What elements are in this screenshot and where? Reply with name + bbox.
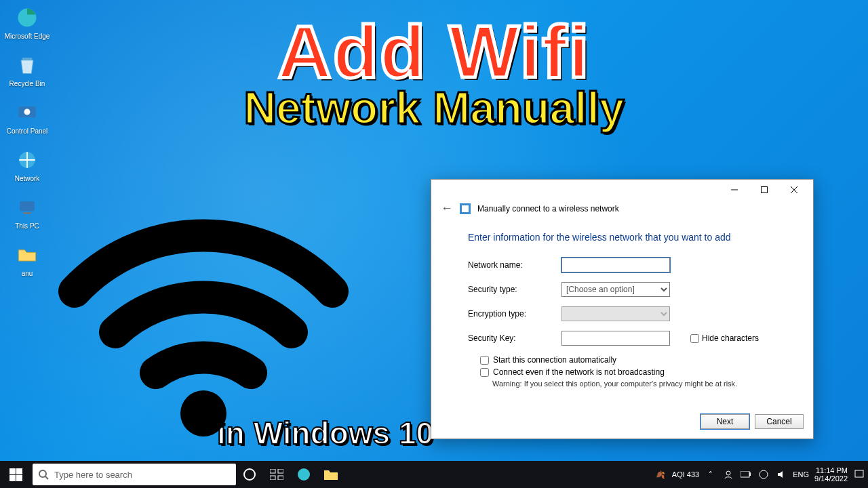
hide-characters-checkbox[interactable] bbox=[690, 334, 699, 343]
svg-point-21 bbox=[298, 468, 310, 481]
desktop-icon-label: anu bbox=[4, 270, 50, 277]
svg-point-25 bbox=[760, 470, 768, 479]
svg-point-16 bbox=[244, 469, 255, 480]
start-button[interactable] bbox=[0, 461, 31, 488]
svg-point-3 bbox=[24, 109, 31, 115]
svg-rect-1 bbox=[22, 58, 32, 60]
tray-aqi[interactable]: AQI 433 bbox=[672, 470, 699, 479]
desktop-icon-folder[interactable]: anu bbox=[4, 241, 50, 277]
svg-rect-23 bbox=[741, 471, 749, 477]
svg-point-22 bbox=[726, 471, 730, 475]
cortana-icon[interactable] bbox=[236, 461, 263, 488]
overlay-title: Add Wifi Network Manually bbox=[243, 8, 624, 134]
desktop-icon-network[interactable]: Network bbox=[4, 146, 50, 182]
desktop-icon-control-panel[interactable]: Control Panel bbox=[4, 99, 50, 135]
svg-rect-9 bbox=[762, 187, 768, 193]
tray-network-icon[interactable] bbox=[757, 468, 770, 481]
dialog-title: Manually connect to a wireless network bbox=[477, 204, 619, 214]
desktop-icon-label: This PC bbox=[4, 222, 50, 230]
tray-weather-icon[interactable]: 🍂 bbox=[654, 468, 667, 481]
minimize-button[interactable] bbox=[719, 180, 749, 199]
search-box[interactable]: Type here to search bbox=[33, 464, 236, 485]
desktop-icon-label: Recycle Bin bbox=[4, 80, 50, 87]
svg-rect-17 bbox=[270, 469, 275, 473]
svg-rect-26 bbox=[855, 470, 863, 477]
connect-hidden-label: Connect even if the network is not broad… bbox=[493, 367, 665, 377]
security-key-input[interactable] bbox=[561, 331, 670, 346]
tray-notifications-icon[interactable] bbox=[853, 468, 865, 481]
desktop-icon-this-pc[interactable]: This PC bbox=[4, 194, 50, 230]
svg-rect-18 bbox=[278, 469, 283, 473]
this-pc-icon bbox=[14, 194, 41, 221]
desktop: Microsoft Edge Recycle Bin Control Panel… bbox=[0, 0, 868, 488]
close-button[interactable] bbox=[779, 180, 809, 199]
next-button[interactable]: Next bbox=[701, 414, 749, 429]
search-placeholder: Type here to search bbox=[54, 470, 132, 480]
desktop-icon-label: Network bbox=[4, 175, 50, 182]
wifi-graphic-icon bbox=[47, 169, 359, 441]
svg-line-15 bbox=[45, 476, 48, 479]
svg-rect-13 bbox=[462, 205, 469, 212]
svg-rect-19 bbox=[270, 476, 275, 480]
control-panel-icon bbox=[14, 99, 41, 126]
label-network-name: Network name: bbox=[468, 260, 555, 270]
windows-logo-icon bbox=[9, 468, 22, 481]
tray-clock[interactable]: 11:14 PM 9/14/2022 bbox=[814, 466, 848, 483]
search-icon bbox=[38, 469, 49, 480]
desktop-icon-label: Control Panel bbox=[4, 127, 50, 135]
task-view-icon[interactable] bbox=[263, 461, 290, 488]
tray-people-icon[interactable] bbox=[722, 468, 734, 481]
svg-rect-6 bbox=[24, 212, 31, 214]
tray-time: 11:14 PM bbox=[814, 466, 848, 474]
overlay-line1: Add Wifi bbox=[243, 8, 624, 94]
auto-start-checkbox[interactable] bbox=[480, 356, 489, 365]
desktop-icon-label: Microsoft Edge bbox=[4, 33, 50, 40]
connect-hidden-option[interactable]: Connect even if the network is not broad… bbox=[480, 367, 786, 377]
titlebar bbox=[431, 180, 813, 200]
tray-chevron-up-icon[interactable]: ˄ bbox=[705, 468, 717, 481]
dialog-heading: Enter information for the wireless netwo… bbox=[468, 232, 786, 243]
desktop-icon-recycle-bin[interactable]: Recycle Bin bbox=[4, 52, 50, 87]
warning-text: Warning: If you select this option, your… bbox=[492, 380, 786, 388]
taskbar-app-explorer[interactable] bbox=[317, 461, 344, 488]
encryption-type-select bbox=[561, 306, 670, 321]
label-security-key: Security Key: bbox=[468, 333, 555, 343]
svg-point-14 bbox=[39, 470, 46, 477]
tray-date: 9/14/2022 bbox=[814, 474, 848, 483]
tray-language[interactable]: ENG bbox=[793, 470, 809, 479]
tray-battery-icon[interactable] bbox=[740, 468, 752, 481]
svg-rect-24 bbox=[749, 472, 751, 476]
hide-characters-label: Hide characters bbox=[702, 333, 759, 343]
svg-point-7 bbox=[180, 390, 226, 436]
system-tray: 🍂 AQI 433 ˄ ENG 11:14 PM 9/14/2022 bbox=[654, 466, 868, 483]
connect-hidden-checkbox[interactable] bbox=[480, 368, 489, 377]
edge-icon bbox=[14, 4, 41, 31]
back-button[interactable]: ← bbox=[441, 201, 453, 216]
label-security-type: Security type: bbox=[468, 285, 555, 294]
cancel-button[interactable]: Cancel bbox=[755, 414, 804, 429]
taskbar-app-edge[interactable] bbox=[290, 461, 317, 488]
security-type-select[interactable]: [Choose an option] bbox=[561, 282, 670, 297]
network-name-input[interactable] bbox=[561, 258, 670, 272]
overlay-line2: Network Manually bbox=[243, 82, 624, 134]
network-icon bbox=[14, 146, 41, 174]
svg-rect-5 bbox=[20, 201, 35, 211]
desktop-icon-edge[interactable]: Microsoft Edge bbox=[4, 4, 50, 40]
taskbar: Type here to search 🍂 AQI 433 ˄ ENG 11:1… bbox=[0, 461, 868, 488]
hide-characters-option[interactable]: Hide characters bbox=[690, 333, 759, 343]
tray-volume-icon[interactable] bbox=[775, 468, 787, 481]
maximize-button[interactable] bbox=[749, 180, 779, 199]
auto-start-option[interactable]: Start this connection automatically bbox=[480, 355, 786, 365]
folder-icon bbox=[14, 241, 41, 268]
label-encryption-type: Encryption type: bbox=[468, 309, 555, 319]
svg-rect-20 bbox=[278, 476, 283, 480]
wizard-icon bbox=[460, 203, 471, 214]
dialog-manually-connect: ← Manually connect to a wireless network… bbox=[431, 179, 814, 439]
recycle-bin-icon bbox=[14, 52, 41, 79]
auto-start-label: Start this connection automatically bbox=[493, 355, 616, 365]
